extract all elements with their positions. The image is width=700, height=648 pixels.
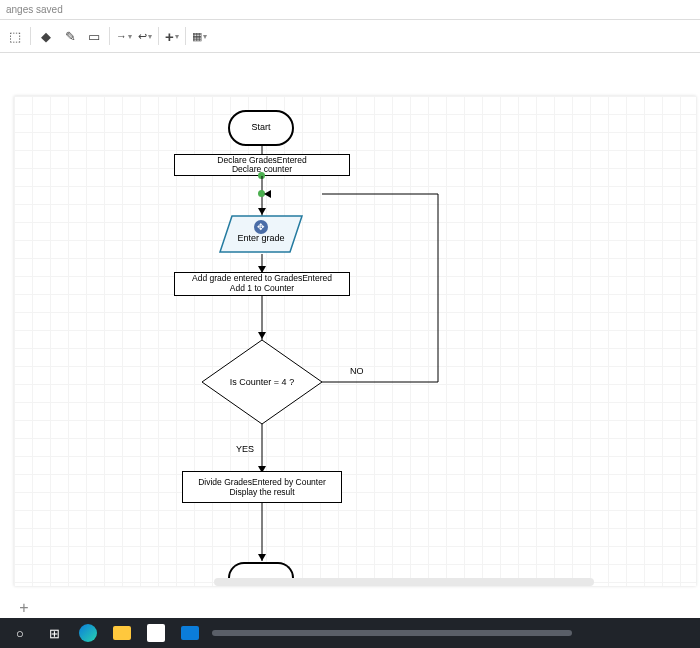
decision-label: Is Counter = 4 ? [200,338,324,426]
cursor-tool-icon[interactable]: ⬚ [4,25,26,47]
start-label: Start [251,122,270,134]
edge-icon[interactable] [76,621,100,645]
start-terminal[interactable]: Start [228,110,294,146]
no-label: NO [350,366,364,376]
taskbar-track [212,630,572,636]
add-sheet-button[interactable]: + [14,598,34,618]
cortana-icon[interactable]: ○ [8,621,32,645]
mail-icon[interactable] [178,621,202,645]
arrowhead-icon [264,190,271,198]
horizontal-scrollbar[interactable] [214,578,594,586]
result-process[interactable]: Divide GradesEntered by Counter Display … [182,471,342,503]
decision-diamond[interactable]: Is Counter = 4 ? [200,338,324,426]
separator [185,27,186,45]
rect-tool-icon[interactable]: ▭ [83,25,105,47]
end-terminal-partial[interactable] [228,562,294,578]
status-text: anges saved [0,0,700,19]
fill-tool-icon[interactable]: ◆ [35,25,57,47]
result-line2: Display the result [229,487,294,497]
separator [109,27,110,45]
input-parallelogram[interactable]: ✥ Enter grade [218,214,304,254]
input-label: Enter grade [218,214,304,254]
connector-tool[interactable]: ↩▾ [136,25,154,47]
explorer-icon[interactable] [110,621,134,645]
separator [158,27,159,45]
arrow-tool[interactable]: →▾ [114,25,134,47]
toolbar: ⬚ ◆ ✎ ▭ →▾ ↩▾ +▾ ▦▾ [0,19,700,53]
connector [260,503,264,561]
no-connector [322,192,442,384]
line-tool-icon[interactable]: ✎ [59,25,81,47]
taskbar: ○ ⊞ [0,618,700,648]
table-tool[interactable]: ▦▾ [190,25,209,47]
result-line1: Divide GradesEntered by Counter [198,477,326,487]
store-icon[interactable] [144,621,168,645]
process-line2: Add 1 to Counter [230,284,294,294]
yes-label: YES [236,444,254,454]
task-view-icon[interactable]: ⊞ [42,621,66,645]
add-shape-tool[interactable]: +▾ [163,25,181,47]
separator [30,27,31,45]
diagram-canvas[interactable]: Start Declare GradesEntered Declare coun… [14,96,696,586]
arrowhead-icon [258,554,266,561]
